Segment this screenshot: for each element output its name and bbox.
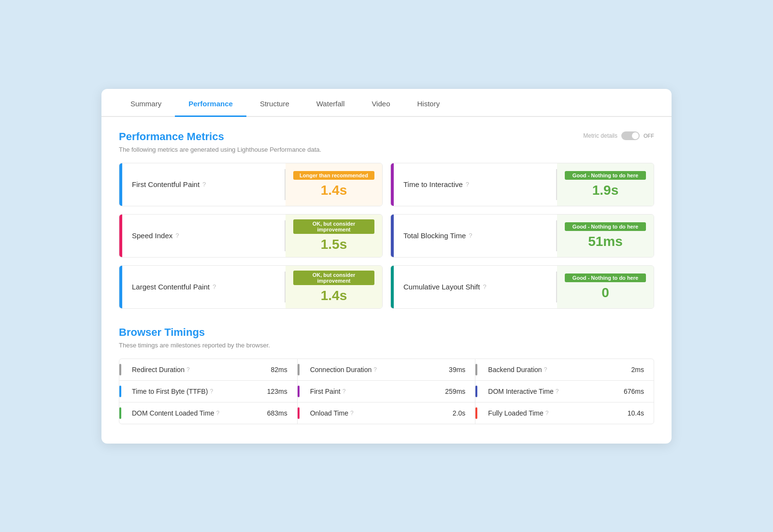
timing-cell-fully-loaded: Fully Loaded Time ? 10.4s [475,403,654,424]
q-icon-dcl[interactable]: ? [216,410,219,417]
metric-badge-tbt: Good - Nothing to do here [565,222,646,231]
timing-value-fully-loaded: 10.4s [628,409,644,417]
metric-card-cls: Cumulative Layout Shift ? Good - Nothing… [390,265,654,309]
tab-waterfall[interactable]: Waterfall [303,89,358,117]
main-card: Summary Performance Structure Waterfall … [101,89,672,444]
tab-bar: Summary Performance Structure Waterfall … [101,89,672,117]
browser-timings-subtitle: These timings are milestones reported by… [119,342,654,349]
browser-timings-section: Browser Timings These timings are milest… [119,326,654,424]
timing-value-backend: 2ms [631,366,644,374]
timing-bar-redirect [119,364,121,375]
question-icon-lcp[interactable]: ? [213,283,216,290]
q-icon-ttfb[interactable]: ? [210,388,213,395]
metric-details-label: Metric details [583,132,617,139]
metrics-grid: First Contentful Paint ? Longer than rec… [119,163,654,309]
timing-value-ttfb: 123ms [267,388,287,395]
toggle-off-label: OFF [644,133,654,139]
question-icon-fcp[interactable]: ? [202,181,206,188]
metric-badge-cls: Good - Nothing to do here [565,273,646,282]
metric-number-lcp: 1.4s [321,288,347,303]
timing-bar-fully-loaded [475,407,477,419]
metric-value-area-fcp: Longer than recommended 1.4s [286,163,382,206]
timing-value-onload: 2.0s [453,409,465,417]
tab-video[interactable]: Video [358,89,403,117]
performance-title: Performance Metrics [119,130,654,143]
metric-badge-lcp: OK, but consider improvement [293,271,374,285]
timing-cell-onload: Onload Time ? 2.0s [298,403,476,424]
timing-value-redirect: 82ms [271,366,287,374]
metric-label-tbt: Total Blocking Time ? [394,215,556,257]
performance-subtitle: The following metrics are generated usin… [119,146,654,153]
metric-value-area-lcp: OK, but consider improvement 1.4s [286,266,382,308]
toggle-knob [632,132,639,139]
timings-grid: Redirect Duration ? 82ms Connection Dura… [119,359,654,424]
timing-bar-onload [298,407,300,419]
question-icon-si[interactable]: ? [175,232,179,239]
toggle-switch[interactable] [621,131,640,140]
timing-value-connection: 39ms [449,366,465,374]
tab-history[interactable]: History [403,89,453,117]
timing-bar-fp [298,386,300,397]
metric-label-tti: Time to Interactive ? [394,163,556,206]
metric-card-tti: Time to Interactive ? Good - Nothing to … [390,163,654,206]
timing-cell-connection: Connection Duration ? 39ms [298,359,476,381]
metric-badge-fcp: Longer than recommended [293,171,374,180]
timing-cell-dom-interactive: DOM Interactive Time ? 676ms [475,381,654,403]
metric-label-fcp: First Contentful Paint ? [122,163,285,206]
tab-performance[interactable]: Performance [175,89,246,117]
metric-number-tti: 1.9s [592,183,619,198]
q-icon-onload[interactable]: ? [350,410,354,417]
metric-label-si: Speed Index ? [122,215,285,257]
metric-card-fcp: First Contentful Paint ? Longer than rec… [119,163,383,206]
metric-value-area-tbt: Good - Nothing to do here 51ms [557,215,654,257]
tab-structure[interactable]: Structure [246,89,303,117]
metric-value-area-si: OK, but consider improvement 1.5s [286,215,382,257]
metric-value-area-tti: Good - Nothing to do here 1.9s [557,163,654,206]
timing-cell-fp: First Paint ? 259ms [298,381,476,403]
q-icon-fp[interactable]: ? [343,388,346,395]
timing-cell-redirect: Redirect Duration ? 82ms [119,359,298,381]
metric-card-lcp: Largest Contentful Paint ? OK, but consi… [119,265,383,309]
timing-cell-dcl: DOM Content Loaded Time ? 683ms [119,403,298,424]
timing-value-dom-interactive: 676ms [624,388,644,395]
metric-number-cls: 0 [601,285,609,301]
q-icon-connection[interactable]: ? [373,366,377,373]
metric-card-tbt: Total Blocking Time ? Good - Nothing to … [390,214,654,258]
q-icon-backend[interactable]: ? [544,366,547,373]
timing-bar-backend [475,364,477,375]
timing-bar-connection [298,364,300,375]
q-icon-fully-loaded[interactable]: ? [545,410,549,417]
metric-value-area-cls: Good - Nothing to do here 0 [557,266,654,308]
metric-label-cls: Cumulative Layout Shift ? [394,266,556,308]
browser-timings-title: Browser Timings [119,326,654,339]
timing-bar-dcl [119,407,121,419]
question-icon-tti[interactable]: ? [466,181,469,188]
q-icon-dom-interactive[interactable]: ? [556,388,559,395]
tab-summary[interactable]: Summary [117,89,175,117]
timing-cell-ttfb: Time to First Byte (TTFB) ? 123ms [119,381,298,403]
metric-number-tbt: 51ms [588,234,623,249]
question-icon-cls[interactable]: ? [483,283,486,290]
metric-badge-si: OK, but consider improvement [293,219,374,234]
timing-cell-backend: Backend Duration ? 2ms [475,359,654,381]
timing-bar-dom-interactive [475,386,477,397]
metric-number-si: 1.5s [321,237,347,252]
metric-card-si: Speed Index ? OK, but consider improveme… [119,214,383,258]
q-icon-redirect[interactable]: ? [186,366,190,373]
timing-bar-ttfb [119,386,121,397]
metric-details-toggle[interactable]: Metric details OFF [583,131,654,140]
question-icon-tbt[interactable]: ? [469,232,472,239]
metric-label-lcp: Largest Contentful Paint ? [122,266,285,308]
metric-number-fcp: 1.4s [321,183,347,198]
metric-badge-tti: Good - Nothing to do here [565,171,646,180]
timing-value-dcl: 683ms [267,409,287,417]
timing-value-fp: 259ms [445,388,465,395]
